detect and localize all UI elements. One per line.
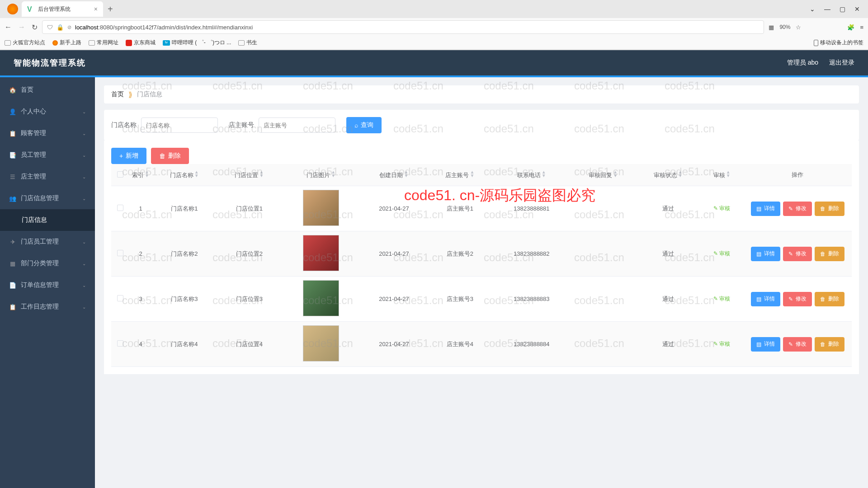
bookmark-getting-started[interactable]: 新手上路 [52, 39, 81, 47]
sidebar-item-0[interactable]: 🏠首页 [0, 79, 95, 101]
sidebar-item-8[interactable]: ▦部门分类管理⌄ [0, 253, 95, 274]
sidebar-item-5[interactable]: 👥门店信息管理⌄ [0, 188, 95, 209]
tab-favicon-icon: V [27, 5, 34, 13]
watermark-grey: code51.cn [484, 165, 534, 178]
bookmark-star-icon[interactable]: ☆ [796, 24, 801, 31]
sidebar-item-10[interactable]: 📋工作日志管理⌄ [0, 296, 95, 318]
row-delete-button[interactable]: 🗑 删除 [815, 292, 844, 306]
edit-button[interactable]: ✎ 修改 [783, 202, 812, 216]
sort-icon[interactable]: ▲▼ [194, 170, 199, 178]
tab-bar: V 后台管理系统 × + ⌄ — ▢ ✕ [0, 0, 868, 18]
watermark-grey: code51.cn [303, 251, 353, 264]
edit-button[interactable]: ✎ 修改 [783, 337, 812, 352]
extension-icon[interactable]: 🧩 [847, 24, 854, 31]
detail-icon: ▤ [756, 251, 761, 257]
maximize-button[interactable]: ▢ [840, 5, 845, 13]
sort-icon[interactable]: ▲▼ [542, 170, 546, 178]
add-button[interactable]: +新增 [111, 148, 146, 164]
detail-button[interactable]: ▤ 详情 [751, 337, 780, 352]
dropdown-icon[interactable]: ⌄ [810, 5, 815, 13]
action-row: +新增 🗑删除 [104, 141, 859, 164]
watermark-grey: code51.cn [574, 122, 624, 135]
menu-icon: 👤 [9, 108, 16, 115]
edit-button[interactable]: ✎ 修改 [783, 292, 812, 306]
watermark-grey: code51.cn [303, 80, 353, 92]
zoom-level[interactable]: 90% [779, 24, 790, 30]
watermark-grey: code51.cn [212, 80, 263, 92]
address-bar: ← → ↻ 🛡 🔒 ⊘ localhost:8080/springboot142… [0, 18, 868, 36]
tab-close-icon[interactable]: × [94, 5, 98, 13]
url-field[interactable]: 🛡 🔒 ⊘ localhost:8080/springboot142f7/adm… [42, 20, 764, 34]
firefox-icon[interactable] [7, 4, 18, 14]
forward-button[interactable]: → [18, 23, 25, 32]
menu-icon: ▦ [9, 260, 16, 267]
shield-icon[interactable]: 🛡 [47, 24, 53, 31]
bookmark-firefox-official[interactable]: 火狐官方站点 [5, 39, 45, 47]
sidebar-item-1[interactable]: 👤个人中心⌄ [0, 101, 95, 122]
row-delete-button[interactable]: 🗑 删除 [815, 202, 844, 216]
sidebar-item-9[interactable]: 📄订单信息管理⌄ [0, 274, 95, 296]
menu-label: 门店信息管理 [21, 194, 59, 202]
chevron-down-icon: ⌄ [82, 153, 86, 158]
bookmark-bar: 火狐官方站点 新手上路 常用网址 京东商城 tv哔哩哔哩 ( ゜- ゜)つロ .… [0, 36, 868, 50]
menu-label: 工作日志管理 [21, 303, 59, 311]
menu-label: 门店信息 [22, 216, 47, 224]
lock-icon[interactable]: 🔒 [57, 24, 64, 31]
watermark-grey: code51.cn [574, 251, 624, 264]
chevron-down-icon: ⌄ [82, 196, 86, 201]
sidebar-item-2[interactable]: 📋顾客管理⌄ [0, 122, 95, 144]
col-header-11[interactable]: 操作 [743, 164, 852, 186]
bookmark-jd[interactable]: 京东商城 [126, 39, 156, 47]
watermark-grey: code51.cn [303, 208, 353, 221]
sidebar-item-7[interactable]: ✈门店员工管理⌄ [0, 231, 95, 253]
watermark-grey: code51.cn [122, 122, 172, 135]
logout-link[interactable]: 退出登录 [829, 59, 854, 67]
row-delete-button[interactable]: 🗑 删除 [815, 337, 844, 352]
menu-icon[interactable]: ≡ [860, 24, 863, 31]
browser-tab[interactable]: V 后台管理系统 × [22, 1, 103, 17]
bookmark-bilibili[interactable]: tv哔哩哔哩 ( ゜- ゜)つロ ... [163, 39, 231, 47]
audit-link[interactable]: ✎ 审核 [713, 250, 730, 257]
delete-button[interactable]: 🗑删除 [151, 148, 189, 164]
edit-button[interactable]: ✎ 修改 [783, 247, 812, 261]
menu-label: 顾客管理 [21, 129, 46, 137]
watermark-grey: code51.cn [574, 337, 624, 350]
sidebar-item-6[interactable]: 门店信息 [0, 209, 95, 231]
refresh-button[interactable]: ↻ [32, 23, 38, 32]
bookmark-shusheng[interactable]: 书生 [238, 39, 257, 47]
watermark-grey: code51.cn [212, 165, 263, 178]
sort-icon[interactable]: ▲▼ [470, 170, 474, 178]
detail-button[interactable]: ▤ 详情 [751, 202, 780, 216]
watermark-grey: code51.cn [665, 294, 715, 307]
audit-link[interactable]: ✎ 审核 [713, 341, 730, 347]
app-title: 智能物流管理系统 [14, 57, 86, 68]
watermark-grey: code51.cn [484, 208, 534, 221]
detail-button[interactable]: ▤ 详情 [751, 292, 780, 306]
watermark-grey: code51.cn [212, 337, 263, 350]
qr-icon[interactable]: ▦ [769, 24, 774, 31]
menu-label: 首页 [21, 86, 33, 94]
trash-icon: 🗑 [820, 296, 826, 302]
watermark-grey: code51.cn [574, 208, 624, 221]
chevron-down-icon: ⌄ [82, 305, 86, 310]
sidebar-item-3[interactable]: 📑员工管理⌄ [0, 144, 95, 166]
watermark-grey: code51.cn [303, 337, 353, 350]
close-window-button[interactable]: ✕ [854, 5, 860, 13]
audit-link[interactable]: ✎ 审核 [713, 296, 730, 302]
back-button[interactable]: ← [5, 23, 12, 32]
minimize-button[interactable]: — [824, 5, 830, 13]
new-tab-button[interactable]: + [108, 4, 113, 14]
permission-icon[interactable]: ⊘ [67, 24, 71, 30]
bookmark-common-sites[interactable]: 常用网址 [89, 39, 118, 47]
user-label[interactable]: 管理员 abo [787, 59, 818, 67]
sort-icon[interactable]: ▲▼ [726, 170, 731, 178]
detail-button[interactable]: ▤ 详情 [751, 247, 780, 261]
audit-link[interactable]: ✎ 审核 [713, 205, 730, 211]
sidebar-item-4[interactable]: ☰店主管理⌄ [0, 166, 95, 188]
mobile-bookmarks[interactable]: 移动设备上的书签 [814, 39, 863, 47]
menu-icon: 📑 [9, 152, 16, 159]
row-delete-button[interactable]: 🗑 删除 [815, 247, 844, 261]
trash-icon: 🗑 [820, 206, 826, 212]
watermark-grey: code51.cn [484, 337, 534, 350]
watermark-grey: code51.cn [665, 208, 715, 221]
